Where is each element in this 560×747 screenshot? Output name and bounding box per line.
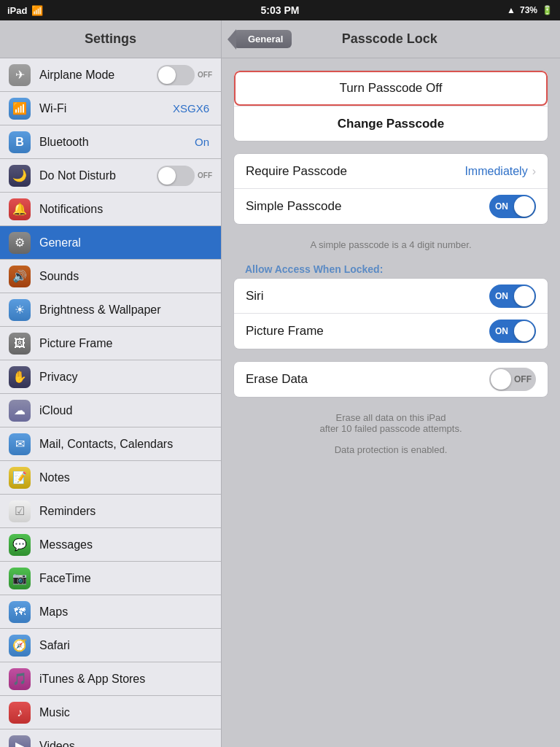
dnd-toggle[interactable] <box>157 166 195 186</box>
sidebar-label-safari: Safari <box>39 639 212 652</box>
sidebar-label-bluetooth: Bluetooth <box>39 136 195 149</box>
sidebar-item-general[interactable]: ⚙ General <box>0 226 221 260</box>
general-icon: ⚙ <box>9 232 31 254</box>
sidebar-label-notes: Notes <box>39 471 212 484</box>
turn-passcode-off-row[interactable]: Turn Passcode Off <box>234 71 548 106</box>
right-title: Passcode Lock <box>303 31 475 47</box>
sidebar-label-icloud: iCloud <box>39 404 212 417</box>
battery-icon: 🔋 <box>542 5 553 15</box>
sidebar-label-notifications: Notifications <box>39 203 212 216</box>
notifications-icon: 🔔 <box>9 198 31 220</box>
allow-access-header: Allow Access When Locked: <box>233 258 548 278</box>
sidebar-label-wifi: Wi-Fi <box>39 102 173 115</box>
siri-row[interactable]: Siri ON <box>234 279 548 314</box>
dnd-toggle-label: OFF <box>198 171 212 179</box>
simple-passcode-toggle-label: ON <box>495 201 508 212</box>
toggle-knob <box>158 66 176 84</box>
sidebar-item-maps[interactable]: 🗺 Maps <box>0 595 221 629</box>
erase-data-caption: Erase all data on this iPadafter 10 fail… <box>233 409 548 441</box>
sidebar-item-picture-frame[interactable]: 🖼 Picture Frame <box>0 327 221 360</box>
allow-access-group: Siri ON Picture Frame ON <box>233 278 548 349</box>
picture-frame-row-label: Picture Frame <box>246 324 489 338</box>
simple-passcode-row[interactable]: Simple Passcode ON <box>234 189 548 224</box>
passcode-settings-group: Require Passcode Immediately › Simple Pa… <box>233 153 548 225</box>
erase-data-knob <box>491 369 511 390</box>
sidebar-label-sounds: Sounds <box>39 270 212 283</box>
sidebar-item-reminders[interactable]: ☑ Reminders <box>0 495 221 528</box>
dnd-icon: 🌙 <box>9 165 31 187</box>
simple-passcode-knob <box>514 196 534 217</box>
picture-frame-icon: 🖼 <box>9 333 31 355</box>
sidebar-label-airplane: Airplane Mode <box>39 69 157 82</box>
wifi-nav-icon: 📶 <box>9 98 31 120</box>
picture-frame-knob <box>514 321 534 341</box>
data-protection-caption: Data protection is enabled. <box>233 441 548 462</box>
reminders-icon: ☑ <box>9 500 31 522</box>
require-passcode-row[interactable]: Require Passcode Immediately › <box>234 154 548 189</box>
picture-frame-toggle[interactable]: ON <box>489 320 536 343</box>
simple-passcode-toggle[interactable]: ON <box>489 195 536 218</box>
privacy-icon: ✋ <box>9 366 31 388</box>
itunes-icon: 🎵 <box>9 668 31 690</box>
erase-data-group: Erase Data OFF <box>233 361 548 398</box>
battery-level: 73% <box>520 5 537 15</box>
sidebar-label-picture-frame: Picture Frame <box>39 337 212 350</box>
toggle-knob-dnd <box>158 167 176 185</box>
messages-icon: 💬 <box>9 534 31 556</box>
erase-data-label: Erase Data <box>246 372 489 387</box>
sidebar-item-mail[interactable]: ✉ Mail, Contacts, Calendars <box>0 427 221 461</box>
sidebar-label-privacy: Privacy <box>39 371 212 384</box>
airplane-toggle[interactable] <box>157 65 195 85</box>
sidebar-item-airplane-mode[interactable]: ✈ Airplane Mode OFF <box>0 58 221 92</box>
siri-toggle-label: ON <box>495 291 508 301</box>
sidebar-item-sounds[interactable]: 🔊 Sounds <box>0 260 221 293</box>
erase-data-toggle[interactable]: OFF <box>489 368 536 391</box>
back-button[interactable]: General <box>233 30 292 48</box>
bluetooth-value: On <box>195 136 209 148</box>
sidebar-item-safari[interactable]: 🧭 Safari <box>0 629 221 662</box>
airplane-toggle-label: OFF <box>198 71 212 79</box>
sidebar-label-reminders: Reminders <box>39 505 212 518</box>
sidebar: Settings ✈ Airplane Mode OFF 📶 Wi-Fi XSG… <box>0 20 222 747</box>
sidebar-item-notes[interactable]: 📝 Notes <box>0 461 221 495</box>
change-passcode-row[interactable]: Change Passcode <box>234 106 548 141</box>
siri-label: Siri <box>246 289 489 303</box>
siri-toggle[interactable]: ON <box>489 285 536 308</box>
main-layout: Settings ✈ Airplane Mode OFF 📶 Wi-Fi XSG… <box>0 20 560 747</box>
sidebar-item-music[interactable]: ♪ Music <box>0 696 221 729</box>
sidebar-label-itunes: iTunes & App Stores <box>39 673 212 686</box>
sidebar-item-itunes[interactable]: 🎵 iTunes & App Stores <box>0 662 221 696</box>
sidebar-item-dnd[interactable]: 🌙 Do Not Disturb OFF <box>0 159 221 193</box>
device-label: iPad <box>7 5 27 16</box>
sidebar-item-messages[interactable]: 💬 Messages <box>0 528 221 562</box>
sidebar-item-notifications[interactable]: 🔔 Notifications <box>0 193 221 226</box>
sidebar-label-dnd: Do Not Disturb <box>39 169 157 182</box>
picture-frame-row[interactable]: Picture Frame ON <box>234 314 548 349</box>
sidebar-item-videos[interactable]: ▶ Videos <box>0 729 221 747</box>
status-time: 5:03 PM <box>261 4 300 16</box>
turn-passcode-off-label: Turn Passcode Off <box>247 81 534 96</box>
sidebar-title: Settings <box>85 31 136 47</box>
videos-icon: ▶ <box>9 735 31 748</box>
sidebar-label-facetime: FaceTime <box>39 572 212 585</box>
sidebar-item-brightness[interactable]: ☀ Brightness & Wallpaper <box>0 293 221 327</box>
sidebar-item-icloud[interactable]: ☁ iCloud <box>0 394 221 427</box>
bluetooth-icon: B <box>9 131 31 153</box>
sidebar-item-facetime[interactable]: 📷 FaceTime <box>0 562 221 595</box>
airplane-icon: ✈ <box>9 64 31 86</box>
facetime-icon: 📷 <box>9 568 31 589</box>
sidebar-header: Settings <box>0 20 221 58</box>
require-passcode-chevron: › <box>532 165 536 178</box>
safari-icon: 🧭 <box>9 635 31 657</box>
sidebar-item-wifi[interactable]: 📶 Wi-Fi XSGX6 <box>0 92 221 125</box>
sidebar-label-general: General <box>39 236 212 249</box>
sidebar-item-privacy[interactable]: ✋ Privacy <box>0 360 221 394</box>
icloud-icon: ☁ <box>9 400 31 422</box>
right-header: General Passcode Lock <box>222 20 560 58</box>
notes-icon: 📝 <box>9 467 31 489</box>
erase-data-row[interactable]: Erase Data OFF <box>234 362 548 397</box>
sidebar-label-music: Music <box>39 706 212 719</box>
wifi-value: XSGX6 <box>173 102 209 115</box>
sidebar-item-bluetooth[interactable]: B Bluetooth On <box>0 125 221 159</box>
wifi-icon: 📶 <box>31 5 43 16</box>
